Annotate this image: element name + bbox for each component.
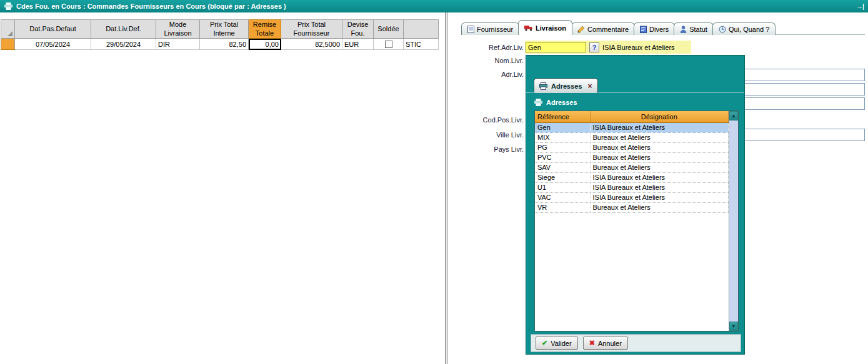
address-row[interactable]: SAV Bureaux et Ateliers <box>535 162 729 172</box>
check-icon: ✔ <box>542 339 547 347</box>
address-reference: Siege <box>535 172 590 182</box>
address-row[interactable]: Siege ISIA Bureaux et Ateliers <box>535 172 729 182</box>
address-designation: Bureaux et Ateliers <box>590 142 729 152</box>
col-dat-pas-defaut[interactable]: Dat.Pas.Defaut <box>15 20 91 39</box>
col-reference[interactable]: Référence <box>535 111 590 122</box>
col-remise-totale[interactable]: Remise Totale <box>249 20 281 39</box>
tab-qui-quand[interactable]: Qui, Quand ? <box>712 22 776 35</box>
address-reference: MIX <box>535 132 590 142</box>
address-reference: PVC <box>535 152 590 162</box>
dialog-tab-label: Adresses <box>551 82 582 90</box>
address-reference: VAC <box>535 192 590 202</box>
printer-icon <box>539 82 547 90</box>
soldee-checkbox[interactable] <box>385 41 392 48</box>
address-row[interactable]: PG Bureaux et Ateliers <box>535 142 729 152</box>
tab-commentaire[interactable]: Commentaire <box>571 22 635 35</box>
pencil-icon <box>577 26 585 33</box>
col-designation[interactable]: Désignation <box>590 111 729 122</box>
address-reference: PG <box>535 142 590 152</box>
orders-grid-pane: Dat.Pas.Defaut Dat.Liv.Def. Mode Livrais… <box>0 12 445 364</box>
cell-prix-total-fournisseur[interactable]: 82,5000 <box>281 39 342 50</box>
address-designation: ISIA Bureaux et Ateliers <box>590 122 729 132</box>
adresses-dialog-tab[interactable]: Adresses × <box>534 78 598 93</box>
col-dat-liv-def[interactable]: Dat.Liv.Def. <box>91 20 156 39</box>
address-reference: U1 <box>535 182 590 192</box>
cell-dat-liv-def[interactable]: 29/05/2024 <box>91 39 156 50</box>
app-window: Cdes Fou. en Cours : Commandes Fournisse… <box>0 0 868 364</box>
col-devise-fou[interactable]: Devise Fou. <box>342 20 374 39</box>
address-reference: VR <box>535 202 590 212</box>
window-titlebar: Cdes Fou. en Cours : Commandes Fournisse… <box>0 0 868 12</box>
adresses-dialog-title: Adresses <box>534 97 577 108</box>
address-designation: ISIA Bureaux et Ateliers <box>590 172 729 182</box>
printer-icon <box>4 2 12 10</box>
addresses-list-body: Référence Désignation Gen ISIA Bureaux e… <box>535 111 729 331</box>
person-icon <box>680 26 687 33</box>
label-ville-livr: Ville Livr. <box>469 131 524 139</box>
ref-adr-liv-description: ISIA Bureaux et Ateliers <box>602 44 675 51</box>
address-row[interactable]: VR Bureaux et Ateliers <box>535 202 729 212</box>
cell-dat-pas-defaut[interactable]: 07/05/2024 <box>15 39 91 50</box>
label-cod-pos-livr: Cod.Pos.Livr. <box>469 116 524 124</box>
address-row[interactable]: VAC ISIA Bureaux et Ateliers <box>535 192 729 202</box>
address-designation: Bureaux et Ateliers <box>590 202 729 212</box>
address-row[interactable]: U1 ISIA Bureaux et Ateliers <box>535 182 729 192</box>
address-designation: ISIA Bureaux et Ateliers <box>590 182 729 192</box>
scroll-up-icon[interactable]: ▲ <box>729 111 738 121</box>
valider-label: Valider <box>551 340 571 347</box>
cell-remise-totale[interactable]: 0,00 <box>249 39 281 50</box>
cell-prix-total-interne[interactable]: 82,50 <box>200 39 249 50</box>
cell-devise-fou[interactable]: EUR <box>342 39 374 50</box>
window-title: Cdes Fou. en Cours : Commandes Fournisse… <box>16 2 286 10</box>
clock-icon <box>719 26 726 33</box>
col-extra[interactable] <box>404 20 439 39</box>
notebook-icon <box>640 26 647 33</box>
scrollbar-track[interactable] <box>729 121 738 322</box>
dialog-title-text: Adresses <box>546 99 577 106</box>
truck-icon <box>524 24 533 31</box>
valider-button[interactable]: ✔ Valider <box>536 337 578 350</box>
cell-code[interactable]: STIC <box>404 39 439 50</box>
tab-label: Statut <box>689 26 707 33</box>
tab-label: Commentaire <box>587 26 629 33</box>
label-adr-liv: Adr.Liv. <box>469 71 524 78</box>
tab-fournisseur[interactable]: Fournisseur <box>461 22 519 35</box>
help-button[interactable]: ? <box>589 42 599 52</box>
label-nom-livr: Nom.Livr. <box>469 57 524 64</box>
address-row[interactable]: Gen ISIA Bureaux et Ateliers <box>535 122 729 132</box>
address-designation: Bureaux et Ateliers <box>590 162 729 172</box>
tab-label: Qui, Quand ? <box>729 26 769 33</box>
tab-label: Fournisseur <box>477 26 513 33</box>
select-all-corner[interactable] <box>1 20 15 39</box>
tab-label: Divers <box>649 26 669 33</box>
tab-divers[interactable]: Divers <box>634 22 675 35</box>
order-row: 07/05/2024 29/05/2024 DIR 82,50 0,00 82,… <box>1 39 439 50</box>
row-selector[interactable] <box>1 39 15 50</box>
collapse-panel-button[interactable]: →| <box>856 2 864 10</box>
adresses-dialog: Adresses × Adresses Référence <box>526 55 745 355</box>
corner-triangle-icon <box>7 31 12 36</box>
orders-header-row: Dat.Pas.Defaut Dat.Liv.Def. Mode Livrais… <box>1 20 439 39</box>
col-prix-total-fournisseur[interactable]: Prix Total Fournisseur <box>281 20 342 39</box>
address-designation: Bureaux et Ateliers <box>590 152 729 162</box>
col-soldee[interactable]: Soldée <box>374 20 404 39</box>
annuler-button[interactable]: ✖ Annuler <box>583 337 628 350</box>
tab-livraison[interactable]: Livraison <box>518 20 572 35</box>
tab-statut[interactable]: Statut <box>674 22 714 35</box>
document-icon <box>467 26 474 33</box>
annuler-label: Annuler <box>598 340 622 347</box>
label-pays-livr: Pays Livr. <box>469 145 524 153</box>
cell-mode-livraison[interactable]: DIR <box>156 39 200 50</box>
label-ref-adr-liv: Ref.Adr.Liv. <box>469 44 524 51</box>
cross-icon: ✖ <box>589 339 595 347</box>
address-designation: Bureaux et Ateliers <box>590 132 729 142</box>
scroll-down-icon[interactable]: ▼ <box>729 322 738 331</box>
address-row[interactable]: MIX Bureaux et Ateliers <box>535 132 729 142</box>
ref-adr-liv-input[interactable] <box>526 42 586 52</box>
address-row[interactable]: PVC Bureaux et Ateliers <box>535 152 729 162</box>
close-icon[interactable]: × <box>588 82 592 91</box>
col-prix-total-interne[interactable]: Prix Total Interne <box>200 20 249 39</box>
tab-label: Livraison <box>536 24 566 32</box>
col-mode-livraison[interactable]: Mode Livraison <box>156 20 200 39</box>
dialog-scrollbar[interactable]: ▲ ▼ <box>729 111 738 331</box>
